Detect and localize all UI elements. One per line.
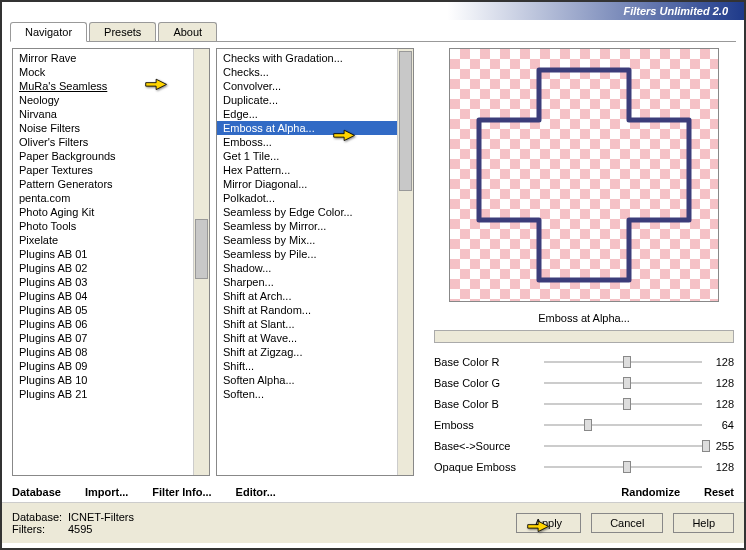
- tab-navigator[interactable]: Navigator: [10, 22, 87, 42]
- reset-link[interactable]: Reset: [704, 486, 734, 498]
- param-slider[interactable]: [544, 416, 702, 434]
- list-item[interactable]: Mock: [13, 65, 193, 79]
- list-item[interactable]: Photo Tools: [13, 219, 193, 233]
- list-item[interactable]: Emboss...: [217, 135, 397, 149]
- filter-scrollbar[interactable]: [397, 49, 413, 475]
- list-item[interactable]: Plugins AB 21: [13, 387, 193, 401]
- list-item[interactable]: Shift at Wave...: [217, 331, 397, 345]
- tab-about[interactable]: About: [158, 22, 217, 41]
- list-item[interactable]: Checks with Gradation...: [217, 51, 397, 65]
- list-item[interactable]: Shift at Random...: [217, 303, 397, 317]
- apply-button[interactable]: Apply: [516, 513, 582, 533]
- randomize-link[interactable]: Randomize: [621, 486, 680, 498]
- list-item[interactable]: Plugins AB 01: [13, 247, 193, 261]
- scrollbar-thumb[interactable]: [399, 51, 412, 191]
- param-row: Base Color B128: [434, 395, 734, 413]
- param-slider[interactable]: [544, 395, 702, 413]
- help-button[interactable]: Help: [673, 513, 734, 533]
- category-scrollbar[interactable]: [193, 49, 209, 475]
- list-item[interactable]: Noise Filters: [13, 121, 193, 135]
- preview-shape: [469, 60, 699, 290]
- list-item[interactable]: Mirror Rave: [13, 51, 193, 65]
- list-item[interactable]: Plugins AB 02: [13, 261, 193, 275]
- list-item[interactable]: Plugins AB 10: [13, 373, 193, 387]
- param-label: Base Color G: [434, 377, 544, 389]
- list-item[interactable]: penta.com: [13, 191, 193, 205]
- list-item[interactable]: Plugins AB 03: [13, 275, 193, 289]
- tab-strip: Navigator Presets About: [10, 22, 736, 42]
- list-item[interactable]: Seamless by Mix...: [217, 233, 397, 247]
- param-label: Emboss: [434, 419, 544, 431]
- list-item[interactable]: Paper Textures: [13, 163, 193, 177]
- app-title: Filters Unlimited 2.0: [623, 5, 728, 17]
- list-item[interactable]: Soften...: [217, 387, 397, 401]
- list-item[interactable]: Seamless by Pile...: [217, 247, 397, 261]
- list-item[interactable]: Soften Alpha...: [217, 373, 397, 387]
- list-item[interactable]: Shift...: [217, 359, 397, 373]
- info-filters-val: 4595: [68, 523, 92, 535]
- cancel-button[interactable]: Cancel: [591, 513, 663, 533]
- param-value: 128: [702, 377, 734, 389]
- tab-presets[interactable]: Presets: [89, 22, 156, 41]
- list-item[interactable]: Plugins AB 06: [13, 317, 193, 331]
- preview-label: Emboss at Alpha...: [434, 312, 734, 324]
- list-item[interactable]: Shift at Zigzag...: [217, 345, 397, 359]
- scrollbar-thumb[interactable]: [195, 219, 208, 279]
- param-value: 128: [702, 356, 734, 368]
- database-link[interactable]: Database: [12, 486, 61, 498]
- preview-area: [449, 48, 719, 302]
- param-slider[interactable]: [544, 437, 702, 455]
- param-row: Base<->Source255: [434, 437, 734, 455]
- param-row: Base Color G128: [434, 374, 734, 392]
- list-item[interactable]: Shadow...: [217, 261, 397, 275]
- list-item[interactable]: Convolver...: [217, 79, 397, 93]
- list-item[interactable]: Oliver's Filters: [13, 135, 193, 149]
- list-item[interactable]: Emboss at Alpha...: [217, 121, 397, 135]
- main-area: Mirror RaveMockMuRa's SeamlessNeologyNir…: [2, 42, 744, 482]
- param-slider[interactable]: [544, 374, 702, 392]
- list-item[interactable]: Nirvana: [13, 107, 193, 121]
- list-item[interactable]: Mirror Diagonal...: [217, 177, 397, 191]
- filter-list[interactable]: Checks with Gradation...Checks...Convolv…: [217, 49, 397, 475]
- filter-list-wrap: Checks with Gradation...Checks...Convolv…: [216, 48, 414, 476]
- info-db-val: ICNET-Filters: [68, 511, 134, 523]
- param-label: Opaque Emboss: [434, 461, 544, 473]
- filter-info-link[interactable]: Filter Info...: [152, 486, 211, 498]
- import-link[interactable]: Import...: [85, 486, 128, 498]
- editor-link[interactable]: Editor...: [236, 486, 276, 498]
- param-row: Emboss64: [434, 416, 734, 434]
- list-item[interactable]: Plugins AB 08: [13, 345, 193, 359]
- list-item[interactable]: Photo Aging Kit: [13, 205, 193, 219]
- list-item[interactable]: Plugins AB 09: [13, 359, 193, 373]
- param-value: 64: [702, 419, 734, 431]
- list-item[interactable]: Sharpen...: [217, 275, 397, 289]
- list-item[interactable]: Pattern Generators: [13, 177, 193, 191]
- category-list[interactable]: Mirror RaveMockMuRa's SeamlessNeologyNir…: [13, 49, 193, 475]
- list-item[interactable]: MuRa's Seamless: [13, 79, 193, 93]
- list-item[interactable]: Plugins AB 05: [13, 303, 193, 317]
- list-item[interactable]: Shift at Slant...: [217, 317, 397, 331]
- list-item[interactable]: Paper Backgrounds: [13, 149, 193, 163]
- list-item[interactable]: Polkadot...: [217, 191, 397, 205]
- right-panel: Emboss at Alpha... Base Color R128Base C…: [420, 48, 734, 476]
- list-item[interactable]: Neology: [13, 93, 193, 107]
- list-item[interactable]: Seamless by Mirror...: [217, 219, 397, 233]
- list-item[interactable]: Plugins AB 04: [13, 289, 193, 303]
- list-item[interactable]: Edge...: [217, 107, 397, 121]
- toolbar: Database Import... Filter Info... Editor…: [2, 482, 744, 503]
- list-item[interactable]: Seamless by Edge Color...: [217, 205, 397, 219]
- list-item[interactable]: Pixelate: [13, 233, 193, 247]
- list-item[interactable]: Plugins AB 07: [13, 331, 193, 345]
- list-item[interactable]: Shift at Arch...: [217, 289, 397, 303]
- param-slider[interactable]: [544, 458, 702, 476]
- param-label: Base<->Source: [434, 440, 544, 452]
- param-value: 128: [702, 461, 734, 473]
- param-row: Base Color R128: [434, 353, 734, 371]
- list-item[interactable]: Checks...: [217, 65, 397, 79]
- title-bar: Filters Unlimited 2.0: [2, 2, 744, 20]
- list-item[interactable]: Get 1 Tile...: [217, 149, 397, 163]
- list-item[interactable]: Hex Pattern...: [217, 163, 397, 177]
- info-db-key: Database:: [12, 511, 62, 523]
- param-slider[interactable]: [544, 353, 702, 371]
- list-item[interactable]: Duplicate...: [217, 93, 397, 107]
